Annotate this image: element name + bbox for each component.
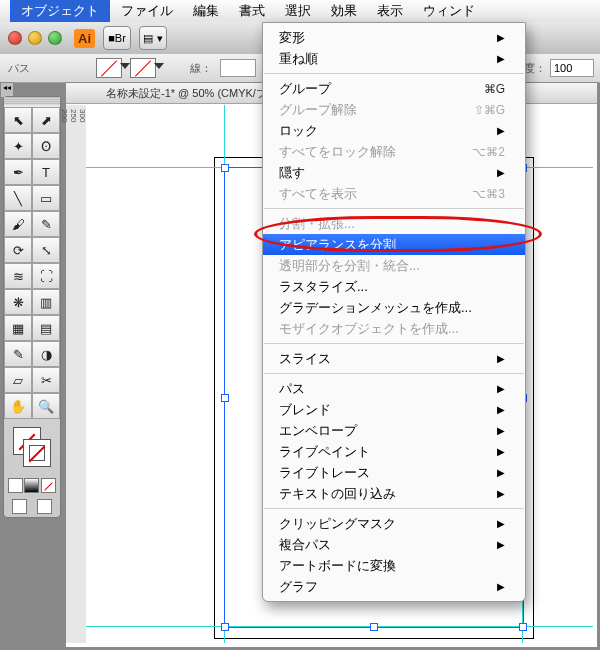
opacity-input[interactable] — [550, 59, 594, 77]
mode-none-icon[interactable] — [41, 478, 56, 493]
rect-tool[interactable]: ▭ — [32, 185, 60, 211]
close-icon[interactable] — [8, 31, 22, 45]
lasso-tool[interactable]: ʘ — [32, 133, 60, 159]
submenu-arrow-icon: ▶ — [497, 404, 505, 415]
submenu-arrow-icon: ▶ — [497, 125, 505, 136]
menu-item-label: エンベロープ — [279, 422, 357, 440]
menu-item: モザイクオブジェクトを作成... — [263, 318, 525, 339]
stroke-label: 線： — [190, 61, 212, 76]
warp-tool[interactable]: ≋ — [4, 263, 32, 289]
menu-item[interactable]: 変形▶ — [263, 27, 525, 48]
symbol-sprayer-tool[interactable]: ❋ — [4, 289, 32, 315]
menu-item-label: スライス — [279, 350, 331, 368]
menu-edit[interactable]: 編集 — [183, 0, 229, 23]
scale-tool[interactable]: ⤡ — [32, 237, 60, 263]
screen-modes — [4, 496, 60, 517]
menu-view[interactable]: 表示 — [367, 0, 413, 23]
menu-object[interactable]: オブジェクト — [10, 0, 110, 24]
traffic-lights — [8, 31, 62, 45]
menu-item-label: 隠す — [279, 164, 305, 182]
fill-stroke-control[interactable] — [7, 423, 57, 471]
graph-tool[interactable]: ▥ — [32, 289, 60, 315]
line-tool[interactable]: ╲ — [4, 185, 32, 211]
menu-item: 透明部分を分割・統合... — [263, 255, 525, 276]
menu-item-label: ライブトレース — [279, 464, 370, 482]
brush-tool[interactable]: 🖌 — [4, 211, 32, 237]
mode-gradient-icon[interactable] — [24, 478, 39, 493]
submenu-arrow-icon: ▶ — [497, 53, 505, 64]
menu-item[interactable]: ブレンド▶ — [263, 399, 525, 420]
menu-item[interactable]: グラフ▶ — [263, 576, 525, 597]
menu-item[interactable]: ライブペイント▶ — [263, 441, 525, 462]
hand-tool[interactable]: ✋ — [4, 393, 32, 419]
menu-item: グループ解除⇧⌘G — [263, 99, 525, 120]
menu-item-label: ブレンド — [279, 401, 331, 419]
menu-shortcut: ⌥⌘2 — [472, 145, 505, 159]
zoom-icon[interactable] — [48, 31, 62, 45]
menu-item-label: 重ね順 — [279, 50, 318, 68]
stroke-icon[interactable] — [23, 439, 51, 467]
menu-item-label: すべてを表示 — [279, 185, 357, 203]
menu-item[interactable]: 重ね順▶ — [263, 48, 525, 69]
menu-shortcut: ⇧⌘G — [474, 103, 505, 117]
menu-item[interactable]: ラスタライズ... — [263, 276, 525, 297]
menu-item[interactable]: ライブトレース▶ — [263, 462, 525, 483]
scissors-tool[interactable]: ✂ — [32, 367, 60, 393]
ai-logo-icon: Ai — [74, 29, 95, 48]
free-transform-tool[interactable]: ⛶ — [32, 263, 60, 289]
submenu-arrow-icon: ▶ — [497, 167, 505, 178]
zoom-tool[interactable]: 🔍 — [32, 393, 60, 419]
eyedropper-tool[interactable]: ✎ — [4, 341, 32, 367]
arrange-docs-button[interactable]: ▤ ▾ — [139, 26, 167, 50]
stroke-weight-input[interactable] — [220, 59, 256, 77]
menu-item-label: パス — [279, 380, 305, 398]
mode-color-icon[interactable] — [8, 478, 23, 493]
menu-item-label: ラスタライズ... — [279, 278, 368, 296]
minimize-icon[interactable] — [28, 31, 42, 45]
menu-item-label: モザイクオブジェクトを作成... — [279, 320, 459, 338]
menu-item[interactable]: 隠す▶ — [263, 162, 525, 183]
submenu-arrow-icon: ▶ — [497, 32, 505, 43]
fill-swatch[interactable] — [96, 58, 122, 78]
menu-item[interactable]: クリッピングマスク▶ — [263, 513, 525, 534]
menu-item[interactable]: 複合パス▶ — [263, 534, 525, 555]
menu-item[interactable]: グループ⌘G — [263, 78, 525, 99]
pencil-tool[interactable]: ✎ — [32, 211, 60, 237]
menu-item-label: グラフ — [279, 578, 318, 596]
bridge-button[interactable]: ■Br — [103, 26, 131, 50]
submenu-arrow-icon: ▶ — [497, 425, 505, 436]
pen-tool[interactable]: ✒ — [4, 159, 32, 185]
menu-effect[interactable]: 効果 — [321, 0, 367, 23]
menu-item[interactable]: グラデーションメッシュを作成... — [263, 297, 525, 318]
menu-select[interactable]: 選択 — [275, 0, 321, 23]
menu-item[interactable]: アピアランスを分割 — [263, 234, 525, 255]
menu-item[interactable]: エンベロープ▶ — [263, 420, 525, 441]
toolbox-grip[interactable] — [4, 97, 60, 105]
blend-tool[interactable]: ◑ — [32, 341, 60, 367]
menu-item-label: 変形 — [279, 29, 305, 47]
menu-item-label: グラデーションメッシュを作成... — [279, 299, 472, 317]
menu-item-label: グループ — [279, 80, 331, 98]
menu-item-label: アートボードに変換 — [279, 557, 396, 575]
gradient-tool[interactable]: ▤ — [32, 315, 60, 341]
stroke-swatch[interactable] — [130, 58, 156, 78]
menu-item[interactable]: ロック▶ — [263, 120, 525, 141]
menu-item-label: 複合パス — [279, 536, 331, 554]
magic-wand-tool[interactable]: ✦ — [4, 133, 32, 159]
menu-item[interactable]: テキストの回り込み▶ — [263, 483, 525, 504]
screen-full-icon[interactable] — [37, 499, 52, 514]
menu-type[interactable]: 書式 — [229, 0, 275, 23]
menu-window[interactable]: ウィンド — [413, 0, 485, 23]
menu-item-label: ロック — [279, 122, 318, 140]
menu-file[interactable]: ファイル — [111, 0, 183, 23]
select-arrow-tool[interactable]: ⬉ — [4, 107, 32, 133]
slice-tool[interactable]: ▱ — [4, 367, 32, 393]
mesh-tool[interactable]: ▦ — [4, 315, 32, 341]
menu-item[interactable]: スライス▶ — [263, 348, 525, 369]
screen-normal-icon[interactable] — [12, 499, 27, 514]
menu-item[interactable]: アートボードに変換 — [263, 555, 525, 576]
direct-select-tool[interactable]: ⬈ — [32, 107, 60, 133]
rotate-tool[interactable]: ⟳ — [4, 237, 32, 263]
type-tool[interactable]: T — [32, 159, 60, 185]
menu-item[interactable]: パス▶ — [263, 378, 525, 399]
